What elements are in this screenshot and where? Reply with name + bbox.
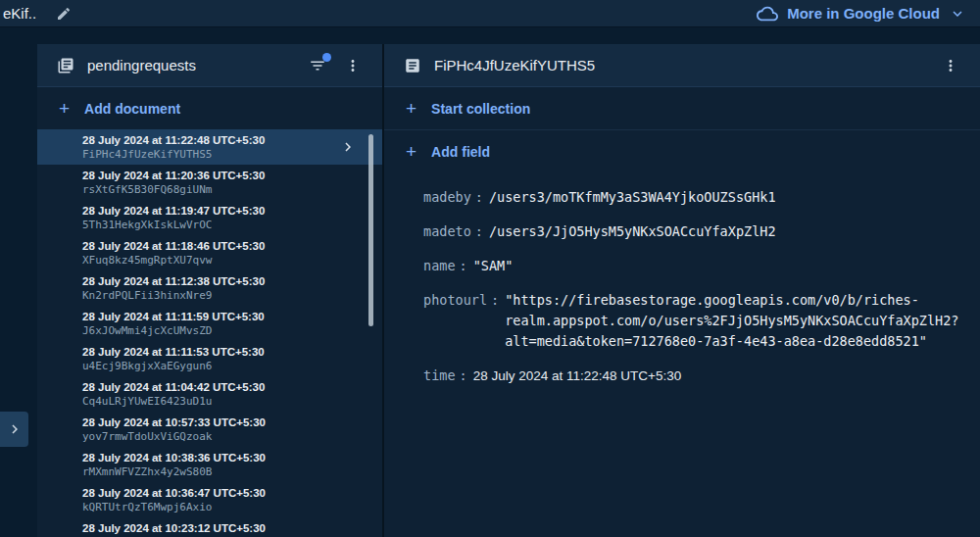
document-timestamp: 28 July 2024 at 11:04:42 UTC+5:30 (82, 379, 343, 395)
document-id: Cq4uLRjYUwEI6423uD1u (82, 395, 343, 409)
add-document-label: Add document (84, 101, 180, 117)
document-list-item[interactable]: 28 July 2024 at 11:12:38 UTC+5:30 Kn2rdP… (37, 270, 382, 306)
document-timestamp: 28 July 2024 at 11:11:59 UTC+5:30 (82, 309, 343, 324)
document-id: kQRTUtrQzT6Mwpj6Axio (82, 501, 343, 514)
field-colon: : (475, 189, 483, 205)
topbar: eKif.. More in Google Cloud (0, 0, 980, 27)
document-id: u4Ecj9BkgjxXaEGygun6 (82, 360, 343, 373)
document-timestamp: 28 July 2024 at 10:57:33 UTC+5:30 (82, 415, 343, 430)
document-timestamp: 28 July 2024 at 11:11:53 UTC+5:30 (82, 344, 343, 360)
field-colon: : (475, 223, 483, 239)
document-menu-button[interactable] (939, 54, 962, 77)
document-id: XFuq8kz45mgRptXU7qvw (82, 254, 343, 268)
document-timestamp: 28 July 2024 at 11:12:38 UTC+5:30 (82, 273, 343, 289)
document-title: FiPHc4JfUzeKifYUTHS5 (434, 57, 595, 73)
document-list-item[interactable]: 28 July 2024 at 11:11:53 UTC+5:30 u4Ecj9… (37, 341, 382, 376)
more-in-google-cloud-link[interactable]: More in Google Cloud (757, 3, 966, 24)
field-value: "https://firebasestorage.googleapis.com/… (505, 290, 956, 352)
field-key: madeto (423, 223, 471, 239)
collection-menu-button[interactable] (341, 54, 365, 77)
document-timestamp: 28 July 2024 at 10:36:47 UTC+5:30 (82, 485, 343, 501)
field-key: madeby (423, 189, 471, 205)
field-list: madeby:/users3/moTKfmMy3aS3WA4YjkoOUZSsG… (384, 172, 980, 386)
collection-title: pendingrequests (87, 57, 196, 73)
plus-icon: + (59, 99, 70, 118)
field-row[interactable]: madeby:/users3/moTKfmMy3aS3WA4YjkoOUZSsG… (423, 187, 956, 208)
document-id: yov7rmwTdoUxViGQzoak (82, 430, 343, 444)
document-id: rMXmnWFVZZhx4y2wS80B (82, 465, 343, 479)
more-vert-icon (344, 57, 362, 74)
document-list-item[interactable]: 28 July 2024 at 11:19:47 UTC+5:30 5Th31H… (37, 200, 382, 235)
field-key: name (423, 258, 456, 273)
document-list-item[interactable]: 28 July 2024 at 11:11:59 UTC+5:30 J6xJOw… (37, 306, 382, 341)
add-field-label: Add field (431, 144, 490, 160)
chevron-down-icon (949, 5, 966, 23)
document-timestamp: 28 July 2024 at 11:19:47 UTC+5:30 (82, 203, 343, 219)
document-id: Kn2rdPQLFii3hinxNre9 (82, 289, 343, 303)
document-timestamp: 28 July 2024 at 10:38:36 UTC+5:30 (82, 450, 343, 465)
document-list-item[interactable]: 28 July 2024 at 10:38:36 UTC+5:30 rMXmnW… (37, 447, 382, 482)
firestore-panels: pendingrequests + Add document 28 July 2… (37, 44, 980, 537)
document-panel: FiPHc4JfUzeKifYUTHS5 + Start collection … (382, 44, 980, 537)
expand-panel-button[interactable] (0, 412, 28, 447)
filter-button[interactable] (306, 54, 329, 77)
field-row[interactable]: time:28 July 2024 at 11:22:48 UTC+5:30 (423, 366, 956, 386)
document-list-item[interactable]: 28 July 2024 at 11:20:36 UTC+5:30 rsXtGf… (37, 165, 382, 200)
more-vert-icon (942, 57, 959, 74)
start-collection-label: Start collection (431, 101, 530, 117)
scrollbar-thumb[interactable] (368, 134, 373, 326)
document-timestamp: 28 July 2024 at 10:23:12 UTC+5:30 (82, 520, 343, 536)
page-title: eKif.. (3, 5, 36, 22)
document-list-item[interactable]: 28 July 2024 at 10:23:12 UTC+5:30 (37, 517, 382, 537)
field-colon: : (460, 258, 467, 273)
document-timestamp: 28 July 2024 at 11:22:48 UTC+5:30 (82, 132, 343, 148)
chevron-right-icon (6, 420, 24, 438)
document-id: 5Th31HekgXkIskLwVrOC (82, 219, 343, 232)
cloud-icon (757, 3, 778, 24)
start-collection-button[interactable]: + Start collection (384, 87, 980, 130)
more-in-google-cloud-label: More in Google Cloud (787, 5, 940, 22)
document-id: J6xJOwMmi4jcXcUMvsZD (82, 324, 343, 338)
field-colon: : (460, 367, 467, 383)
document-list-item[interactable]: 28 July 2024 at 10:36:47 UTC+5:30 kQRTUt… (37, 482, 382, 517)
filter-active-dot (322, 53, 331, 62)
field-row[interactable]: madeto:/users3/JjO5HysM5yNKxSOACcuYfaXpZ… (423, 221, 956, 242)
pencil-icon (56, 6, 72, 22)
field-row[interactable]: photourl:"https://firebasestorage.google… (423, 290, 956, 352)
document-list-item[interactable]: 28 July 2024 at 11:04:42 UTC+5:30 Cq4uLR… (37, 376, 382, 412)
document-timestamp: 28 July 2024 at 11:18:46 UTC+5:30 (82, 238, 343, 254)
plus-icon: + (406, 99, 416, 118)
add-field-button[interactable]: + Add field (384, 130, 980, 172)
collection-panel: pendingrequests + Add document 28 July 2… (37, 44, 382, 537)
document-icon (404, 57, 421, 74)
document-list-item[interactable]: 28 July 2024 at 11:18:46 UTC+5:30 XFuq8k… (37, 235, 382, 270)
field-key: time (423, 367, 456, 383)
field-colon: : (491, 292, 499, 308)
collection-header: pendingrequests (37, 44, 382, 87)
document-id: rsXtGfK5B30FQ68giUNm (82, 183, 343, 197)
field-value: 28 July 2024 at 11:22:48 UTC+5:30 (473, 366, 682, 386)
document-header: FiPHc4JfUzeKifYUTHS5 (384, 44, 980, 87)
document-id: FiPHc4JfUzeKifYUTHS5 (82, 148, 343, 162)
field-value: "SAM" (473, 256, 514, 276)
field-key: photourl (423, 292, 487, 308)
edit-title-button[interactable] (52, 2, 75, 25)
plus-icon: + (406, 142, 416, 161)
field-row[interactable]: name:"SAM" (423, 256, 956, 276)
collection-icon (57, 57, 74, 74)
field-value: /users3/JjO5HysM5yNKxSOACcuYfaXpZlH2 (489, 221, 776, 242)
document-list-item[interactable]: 28 July 2024 at 10:57:33 UTC+5:30 yov7rm… (37, 412, 382, 447)
document-list: 28 July 2024 at 11:22:48 UTC+5:30 FiPHc4… (37, 129, 382, 537)
document-timestamp: 28 July 2024 at 11:20:36 UTC+5:30 (82, 168, 343, 183)
field-value: /users3/moTKfmMy3aS3WA4YjkoOUZSsGHk1 (489, 187, 776, 208)
add-document-button[interactable]: + Add document (37, 87, 382, 130)
side-rail (0, 27, 37, 537)
document-list-item[interactable]: 28 July 2024 at 11:22:48 UTC+5:30 FiPHc4… (37, 129, 382, 165)
chevron-right-icon (339, 138, 357, 156)
